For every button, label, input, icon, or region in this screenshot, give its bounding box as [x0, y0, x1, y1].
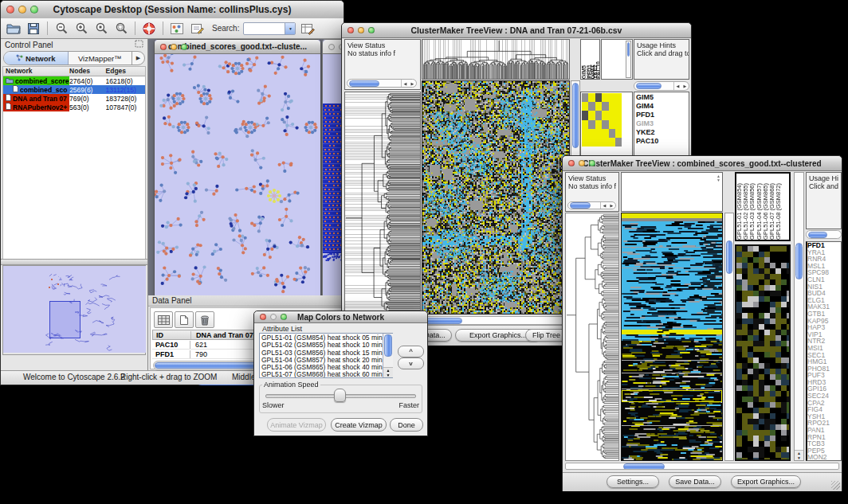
- speed-slider-thumb[interactable]: [334, 389, 346, 402]
- main-titlebar[interactable]: Cytoscape Desktop (Session Name: collins…: [1, 1, 344, 19]
- save-icon[interactable]: [26, 21, 41, 37]
- tab-vizmapper[interactable]: VizMapper™: [69, 52, 132, 64]
- matrix-cell[interactable]: [609, 138, 615, 147]
- row-dendrogram[interactable]: [565, 213, 619, 461]
- matrix-cell[interactable]: [602, 138, 608, 147]
- scroll-right-icon[interactable]: ▶: [681, 82, 689, 90]
- gene-label[interactable]: GIM4: [636, 102, 689, 111]
- matrix-cell[interactable]: [602, 93, 608, 102]
- zoom-button[interactable]: [181, 44, 187, 50]
- attribute-editor-icon[interactable]: [300, 21, 316, 37]
- birdseye-canvas[interactable]: [3, 266, 146, 353]
- matrix-cell[interactable]: [588, 138, 595, 147]
- matrix-cell[interactable]: [609, 102, 615, 111]
- matrix-cell[interactable]: [615, 138, 622, 147]
- heatmap-hscrollbar[interactable]: [422, 316, 580, 325]
- heatmap-canvas[interactable]: [422, 81, 569, 314]
- matrix-cell[interactable]: [609, 111, 615, 119]
- hscrollbar[interactable]: ◀ ▶: [347, 79, 417, 88]
- close-button[interactable]: [260, 314, 266, 320]
- matrix-cell[interactable]: [602, 102, 608, 111]
- minimize-button[interactable]: [579, 160, 585, 166]
- help-lifebuoy-icon[interactable]: [141, 21, 157, 37]
- trash-icon[interactable]: [195, 311, 214, 328]
- tab-network[interactable]: Network: [4, 52, 69, 64]
- scroll-left-icon[interactable]: ◀: [674, 82, 681, 90]
- search-dropdown-icon[interactable]: ▼: [285, 23, 295, 34]
- mini-vscrollbar[interactable]: [626, 41, 631, 78]
- tab-overflow-icon[interactable]: ▶: [132, 52, 144, 64]
- network-list-header[interactable]: Network Nodes Edges: [3, 67, 145, 76]
- matrix-cell[interactable]: [602, 111, 608, 119]
- matrix-cell[interactable]: [609, 93, 615, 102]
- network-canvas[interactable]: [155, 54, 319, 295]
- resize-grip[interactable]: [831, 481, 840, 490]
- search-input[interactable]: ▼: [243, 22, 296, 35]
- heatmap-canvas[interactable]: [622, 213, 722, 460]
- matrix-cell[interactable]: [609, 129, 615, 138]
- close-button[interactable]: [347, 27, 354, 33]
- matrix-cell[interactable]: [582, 93, 588, 102]
- gene-label[interactable]: GIM5: [636, 93, 689, 102]
- open-folder-icon[interactable]: [6, 21, 22, 37]
- heatmap-main[interactable]: [621, 213, 723, 461]
- matrix-cell[interactable]: [602, 120, 608, 129]
- matrix-cell[interactable]: [609, 120, 615, 129]
- background-network-window[interactable]: [322, 39, 344, 295]
- matrix-cell[interactable]: [595, 138, 602, 147]
- matrix-cell[interactable]: [582, 138, 588, 147]
- gene-vscrollbar[interactable]: ▲ ▼: [794, 172, 804, 461]
- matrix-cell[interactable]: [588, 129, 595, 138]
- network-row[interactable]: DNA and Tran 07769(0)183728(0): [3, 94, 145, 103]
- matrix-cell[interactable]: [588, 93, 595, 102]
- matrix-cell[interactable]: [615, 111, 622, 119]
- create-vizmap-button[interactable]: Create Vizmap: [331, 418, 387, 432]
- gene-label[interactable]: YKE2: [636, 128, 689, 137]
- close-button[interactable]: [328, 44, 335, 50]
- treeview-dna-titlebar[interactable]: ClusterMaker TreeView : DNA and Tran 07-…: [342, 23, 691, 38]
- attribute-list-vscrollbar[interactable]: ▲ ▼: [383, 334, 393, 377]
- heatmap-zoom[interactable]: [735, 244, 791, 461]
- matrix-cell[interactable]: [615, 129, 622, 138]
- heatmap-zoom-canvas[interactable]: [736, 246, 789, 459]
- minimize-button[interactable]: [18, 6, 26, 14]
- save-data-button[interactable]: Save Data...: [669, 475, 721, 488]
- matrix-cell[interactable]: [582, 111, 588, 119]
- matrix-cell[interactable]: [595, 120, 602, 129]
- row-dendrogram-canvas[interactable]: [345, 92, 420, 314]
- hscrollbar[interactable]: ◀ ▶: [567, 201, 616, 209]
- matrix-cell[interactable]: [602, 129, 608, 138]
- zoom-button[interactable]: [281, 314, 287, 320]
- new-file-icon[interactable]: [175, 311, 194, 328]
- scroll-left-icon[interactable]: ◀: [601, 202, 608, 209]
- close-button[interactable]: [160, 44, 167, 50]
- matrix-cell[interactable]: [615, 120, 622, 129]
- heatmap-vscrollbar[interactable]: [724, 213, 734, 461]
- network-name-cell[interactable]: DNA and Tran 07: [3, 94, 69, 103]
- minimize-button[interactable]: [171, 44, 177, 50]
- network-row[interactable]: combined_sco2569(6)13112(15): [3, 85, 145, 94]
- matrix-cell[interactable]: [595, 129, 602, 138]
- move-down-button[interactable]: v: [398, 357, 424, 369]
- row-dendrogram-canvas[interactable]: [566, 213, 618, 460]
- panel-divider[interactable]: [1, 259, 147, 265]
- zoom-out-icon[interactable]: [53, 21, 69, 37]
- matrix-cell[interactable]: [615, 93, 622, 102]
- zoom-button[interactable]: [30, 6, 38, 14]
- matrix-cell[interactable]: [588, 120, 595, 129]
- vizmapper-icon[interactable]: [169, 21, 185, 37]
- zoom-button[interactable]: [368, 27, 375, 33]
- matrix-cell[interactable]: [615, 102, 622, 111]
- zoom-fit-icon[interactable]: [113, 21, 129, 37]
- network-name-cell[interactable]: RNAPuberNov2+: [3, 103, 69, 111]
- export-graphics-button[interactable]: Export Graphics...: [731, 475, 801, 488]
- zoom-in-icon[interactable]: [73, 21, 89, 37]
- float-panel-icon[interactable]: [135, 40, 143, 49]
- annotation-icon[interactable]: [189, 21, 205, 37]
- bottom-hscrollbar[interactable]: [565, 463, 839, 470]
- gene-label[interactable]: MON2: [807, 454, 841, 461]
- matrix-cell[interactable]: [588, 111, 595, 119]
- row-dendrogram[interactable]: [344, 92, 421, 315]
- matrix-cell[interactable]: [582, 102, 588, 111]
- matrix-cell[interactable]: [588, 102, 595, 111]
